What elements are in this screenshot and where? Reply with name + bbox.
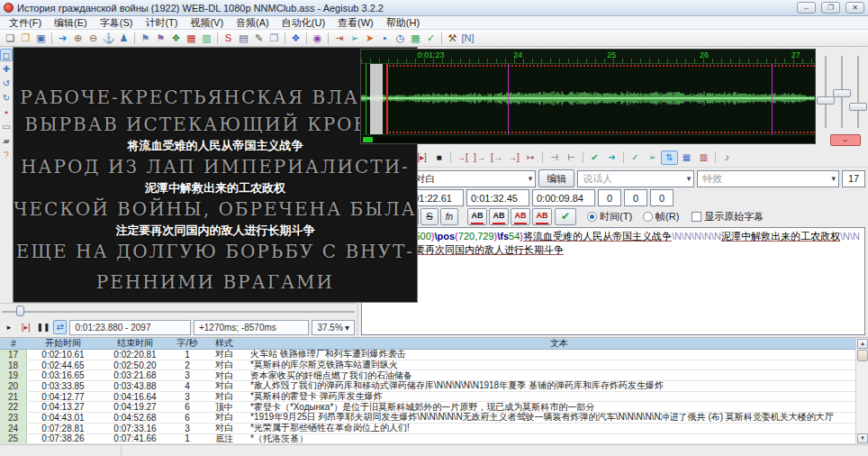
drag-tool-icon[interactable]: ✚ <box>0 63 13 76</box>
table-row[interactable]: 200:03:33.850:03:43.884对白*敌人炸毁了我们的弹药库和移动… <box>0 381 868 392</box>
menu-item[interactable]: 编辑(E) <box>48 16 94 30</box>
jump-to-icon[interactable]: ➜ <box>55 31 70 45</box>
grid-cell-start[interactable]: 0:02:10.61 <box>27 350 99 360</box>
margin-vertical-field[interactable]: 0 <box>650 189 674 206</box>
magnifier-plus-icon[interactable]: ⊕ <box>70 31 86 45</box>
grid-cell-start[interactable]: 0:07:28.81 <box>27 424 99 433</box>
menu-item[interactable]: 帮助(H) <box>380 16 426 30</box>
grid-cell-style[interactable]: 对白 <box>203 392 245 402</box>
grid-cell-start[interactable]: 0:04:13.27 <box>27 402 99 412</box>
menu-item[interactable]: 字幕(S) <box>94 16 140 30</box>
seek-thumb[interactable] <box>16 306 24 316</box>
subtitle-text-editor[interactable]: {\fade(700,500)\pos(720,729)\fs54}将流血受难的… <box>361 227 865 335</box>
table-row[interactable]: 190:03:16.650:03:21.683对白资本家收买的奸细点燃了我们的石… <box>0 370 868 381</box>
grid-cell-start[interactable]: 0:07:38.26 <box>27 434 99 444</box>
auto-scroll-icon[interactable]: ⇅ <box>661 150 678 165</box>
spellcheck-icon[interactable]: ✓ <box>423 31 439 45</box>
grid-column-header[interactable]: 结束时间 <box>99 338 171 349</box>
stop-icon[interactable]: ■ <box>430 150 448 165</box>
grid-cell-num[interactable]: 18 <box>0 360 27 370</box>
grid-cell-cps[interactable]: 6 <box>171 402 203 412</box>
vertical-link-icon[interactable]: ▥ <box>695 150 712 165</box>
menu-item[interactable]: 自动化(U) <box>276 16 331 30</box>
video-seek-bar[interactable] <box>0 303 357 317</box>
spectrum-toggle-icon[interactable]: ▦ <box>678 150 695 165</box>
grid-cell-start[interactable]: 0:03:16.65 <box>27 370 99 380</box>
commit-icon[interactable]: ✔ <box>586 150 603 165</box>
table-row[interactable]: 230:04:43.010:04:52.686对白*1919年9月25日 列昂季… <box>0 413 868 424</box>
audio-scroll-thumb[interactable] <box>363 137 373 142</box>
menu-item[interactable]: 计时(T) <box>139 16 184 30</box>
duration-field[interactable]: 0:00:09.84 <box>532 189 595 206</box>
play-500-after-icon[interactable]: ]→ <box>471 150 488 165</box>
vertical-zoom-thumb[interactable] <box>833 89 851 97</box>
grid-cell-style[interactable]: 对白 <box>203 370 245 380</box>
grid-scrollbar[interactable]: ▲ ▼ <box>855 338 868 444</box>
grid-cell-num[interactable]: 25 <box>0 434 27 444</box>
video-display[interactable]: РАБОЧЕ-КРЕСТЬЯНСКАЯ ВЛАСТЬ,ВЫРВАВ ИСТЕКА… <box>13 47 418 303</box>
menu-item[interactable]: 视频(V) <box>184 16 230 30</box>
play-last-500-icon[interactable]: →] <box>505 150 522 165</box>
table-row[interactable]: 170:02:10.610:02:20.811对白火车站 铁路修理厂和列车遭到爆… <box>0 350 868 360</box>
table-row[interactable]: 220:04:13.270:04:19.276顶中*霍登卡（*Ходынка*）… <box>0 402 868 413</box>
resample-resolution-icon[interactable]: ▥ <box>199 31 214 45</box>
menu-item[interactable]: 音频(A) <box>230 16 276 30</box>
grid-cell-end[interactable]: 0:02:20.81 <box>99 350 171 360</box>
grid-cell-text[interactable]: *霍登卡（*Ходынка*）是位于旧莫斯科城郊外的一片原野，现已成为莫斯科市的… <box>245 402 868 412</box>
show-original-checkbox[interactable] <box>692 212 701 222</box>
grid-cell-cps[interactable]: 1 <box>171 434 203 444</box>
effect-combo[interactable]: 特效 ▾ <box>697 170 839 187</box>
grid-cell-style[interactable]: 对白 <box>203 381 245 391</box>
karaoke-icon[interactable]: ♪ <box>719 150 736 165</box>
scale-tool-icon[interactable]: ▪ <box>0 106 13 119</box>
grid-column-header[interactable]: 文本 <box>245 338 868 349</box>
time-radio[interactable] <box>587 212 597 222</box>
grid-cell-style[interactable]: 对白 <box>203 413 245 423</box>
attachments-icon[interactable]: ▦ <box>184 31 199 45</box>
clip-tool-icon[interactable]: ▭ <box>0 121 13 133</box>
grid-cell-text[interactable]: *莫斯科的库尔斯克铁路车站遭到纵火 <box>245 360 868 370</box>
grid-cell-num[interactable]: 19 <box>0 370 27 380</box>
grid-cell-cps[interactable]: 6 <box>171 413 203 423</box>
copy-icon[interactable]: ❐ <box>267 31 282 45</box>
grid-cell-cps[interactable]: 3 <box>171 370 203 380</box>
scroll-up-icon[interactable]: ▲ <box>857 339 868 349</box>
selection-start-marker[interactable] <box>386 64 388 134</box>
grid-cell-end[interactable]: 0:07:33.16 <box>99 424 171 433</box>
menu-item[interactable]: 文件(F) <box>3 16 48 30</box>
grid-cell-text[interactable]: *（托洛茨基） <box>245 434 868 444</box>
grid-cell-style[interactable]: 对白 <box>203 350 245 360</box>
pencil-icon[interactable]: ✎ <box>251 31 267 45</box>
margin-right-field[interactable]: 0 <box>624 189 647 206</box>
lead-in-icon[interactable]: ⊣ <box>546 150 563 165</box>
commit-button[interactable]: ✔ <box>555 208 576 225</box>
grid-cell-start[interactable]: 0:04:43.01 <box>27 413 99 423</box>
grid-cell-end[interactable]: 0:03:21.68 <box>99 370 171 380</box>
grid-cell-text[interactable]: 火车站 铁路修理厂和列车遭到爆炸袭击 <box>245 350 868 360</box>
font-name-button[interactable]: fn <box>440 208 458 225</box>
horizontal-zoom-slider[interactable] <box>825 56 827 128</box>
restore-button[interactable]: ❐ <box>821 2 840 14</box>
rotate-z-tool-icon[interactable]: ↺ <box>0 78 13 90</box>
grid-cell-num[interactable]: 24 <box>0 424 27 433</box>
vector-clip-tool-icon[interactable]: ▰ <box>0 135 13 148</box>
joystick-icon[interactable]: ♟ <box>116 31 131 45</box>
new-file-icon[interactable]: ❏ <box>3 31 18 45</box>
grid-cell-end[interactable]: 0:04:52.68 <box>99 413 171 423</box>
grid-cell-style[interactable]: 底注 <box>203 434 245 444</box>
grid-cell-style[interactable]: 对白 <box>203 424 245 433</box>
grid-column-header[interactable]: # <box>0 338 27 349</box>
play-500-before-icon[interactable]: →[ <box>454 150 471 165</box>
table-row[interactable]: 210:04:12.770:04:16.643对白*莫斯科的霍登卡 弹药库发生爆… <box>0 392 868 403</box>
pause-button[interactable]: ❚❚ <box>36 320 50 334</box>
flag-icon-1[interactable]: ⚑ <box>138 31 153 45</box>
grid-cell-cps[interactable]: 3 <box>171 392 203 402</box>
play-first-500-icon[interactable]: [→ <box>488 150 505 165</box>
play-button[interactable]: ▸ <box>2 320 16 334</box>
cursor-tool-icon[interactable]: ◻ <box>0 49 13 61</box>
kanji-timer-icon[interactable]: ◉ <box>310 31 325 45</box>
auto-next-icon[interactable]: ➢ <box>644 150 661 165</box>
horizontal-zoom-thumb[interactable] <box>817 96 835 105</box>
grid-cell-text[interactable]: *1919年9月25日 列昂季耶夫胡同发生爆炸\N\N\N\N\N无政府主义者驾… <box>245 413 868 423</box>
minimize-button[interactable]: – <box>797 2 816 14</box>
